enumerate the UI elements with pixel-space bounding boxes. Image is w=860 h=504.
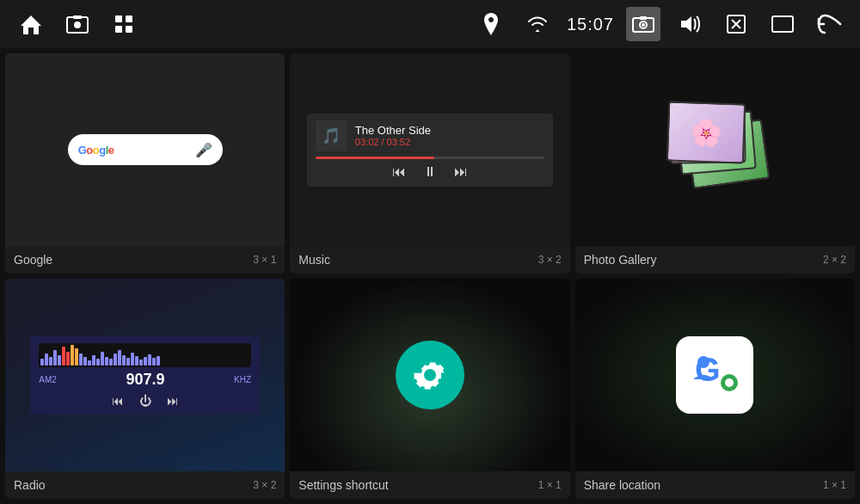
radio-unit: KHZ <box>234 375 251 384</box>
spectrum-bar <box>40 359 44 366</box>
svg-rect-3 <box>73 15 82 19</box>
next-track-icon[interactable]: ⏭ <box>454 164 468 180</box>
photo-label: Photo Gallery <box>584 253 657 267</box>
svg-marker-0 <box>21 15 41 34</box>
svg-rect-16 <box>772 16 793 32</box>
music-preview: 🎵 The Other Side 03:02 / 03:52 ⏮ ⏸ ⏭ <box>290 53 569 246</box>
spectrum-bar <box>144 357 147 366</box>
music-title: The Other Side <box>355 124 431 137</box>
photo-preview: 🌸 <box>575 53 855 246</box>
svg-rect-5 <box>126 15 132 22</box>
home-icon[interactable] <box>14 7 48 41</box>
music-widget[interactable]: 🎵 The Other Side 03:02 / 03:52 ⏮ ⏸ ⏭ Mus… <box>290 53 569 274</box>
google-widget[interactable]: Google 🎤 Google 3 × 1 <box>5 53 285 274</box>
music-size: 3 × 2 <box>538 254 562 266</box>
location-size: 1 × 1 <box>823 479 846 491</box>
spectrum-bar <box>49 357 52 366</box>
svg-text:G: G <box>695 352 721 388</box>
close-icon[interactable] <box>719 7 753 41</box>
svg-rect-10 <box>640 16 647 20</box>
photo-footer: Photo Gallery 2 × 2 <box>575 246 855 274</box>
google-size: 3 × 1 <box>253 254 276 266</box>
status-bar: 15:07 <box>0 0 860 48</box>
svg-rect-6 <box>115 26 122 33</box>
spectrum-bar <box>83 357 87 366</box>
spectrum-bar <box>71 345 74 366</box>
svg-point-20 <box>725 378 734 387</box>
radio-next-icon[interactable]: ⏭ <box>167 394 179 408</box>
settings-label: Settings shortcut <box>298 478 388 492</box>
radio-card: AM2 907.9 KHZ ⏮ ⏻ ⏭ <box>30 336 260 415</box>
spectrum-bar <box>45 353 48 366</box>
widget-grid: Google 🎤 Google 3 × 1 🎵 The Other Side 0… <box>0 48 860 504</box>
spectrum-bar <box>152 358 156 366</box>
apps-icon[interactable] <box>107 7 141 41</box>
radio-freq: 907.9 <box>126 371 164 389</box>
svg-marker-12 <box>681 16 691 32</box>
radio-controls: ⏮ ⏻ ⏭ <box>39 394 251 408</box>
location-label: Share location <box>584 478 661 492</box>
music-card: 🎵 The Other Side 03:02 / 03:52 ⏮ ⏸ ⏭ <box>307 114 553 187</box>
status-left <box>14 7 141 41</box>
status-time: 15:07 <box>567 15 614 34</box>
music-time: 03:02 / 03:52 <box>355 137 431 147</box>
location-widget[interactable]: G Share location 1 × 1 <box>575 279 855 499</box>
music-progress-bar <box>316 157 544 159</box>
music-note-icon: 🎵 <box>316 120 347 151</box>
settings-preview <box>290 279 569 471</box>
svg-point-21 <box>697 356 710 368</box>
spectrum-bar <box>79 353 83 366</box>
google-label: Google <box>14 253 52 267</box>
google-searchbar[interactable]: Google 🎤 <box>68 134 223 165</box>
radio-power-icon[interactable]: ⏻ <box>139 394 151 408</box>
back-icon[interactable] <box>812 7 846 41</box>
spectrum-bar <box>126 358 130 366</box>
radio-spectrum <box>39 343 251 367</box>
spectrum-bar <box>139 360 143 366</box>
spectrum-bar <box>58 355 61 366</box>
google-footer: Google 3 × 1 <box>5 246 285 274</box>
photo-gallery-widget[interactable]: 🌸 Photo Gallery 2 × 2 <box>575 53 855 274</box>
photo-icon[interactable] <box>60 7 95 41</box>
radio-footer: Radio 3 × 2 <box>5 471 285 499</box>
settings-widget[interactable]: Settings shortcut 1 × 1 <box>290 279 569 499</box>
spectrum-bar <box>101 352 104 366</box>
spectrum-bar <box>62 347 65 366</box>
radio-widget[interactable]: AM2 907.9 KHZ ⏮ ⏻ ⏭ Radio 3 × 2 <box>5 279 285 499</box>
settings-size: 1 × 1 <box>538 479 562 491</box>
radio-band: AM2 <box>39 375 57 384</box>
prev-track-icon[interactable]: ⏮ <box>392 164 406 180</box>
screen-icon[interactable] <box>765 7 800 41</box>
radio-size: 3 × 2 <box>253 479 276 491</box>
music-top: 🎵 The Other Side 03:02 / 03:52 <box>316 120 544 151</box>
music-label: Music <box>298 253 330 267</box>
spectrum-bar <box>92 355 95 366</box>
spectrum-bar <box>66 352 70 366</box>
wifi-icon[interactable] <box>520 7 555 41</box>
photo-size: 2 × 2 <box>823 254 846 266</box>
status-right: 15:07 <box>474 7 846 41</box>
music-controls: ⏮ ⏸ ⏭ <box>316 164 544 180</box>
photo-stack: 🌸 <box>663 98 766 201</box>
camera-icon[interactable] <box>626 7 660 41</box>
music-info: The Other Side 03:02 / 03:52 <box>355 124 431 147</box>
mic-icon[interactable]: 🎤 <box>195 142 212 158</box>
google-preview: Google 🎤 <box>5 53 285 246</box>
spectrum-bar <box>96 359 100 366</box>
radio-prev-icon[interactable]: ⏮ <box>112 394 124 408</box>
svg-point-2 <box>74 22 81 28</box>
svg-point-11 <box>642 23 645 27</box>
spectrum-bar <box>53 350 57 366</box>
spectrum-bar <box>118 350 121 366</box>
location-footer: Share location 1 × 1 <box>575 471 855 499</box>
location-pin-icon[interactable] <box>474 7 508 41</box>
volume-icon[interactable] <box>673 7 707 41</box>
radio-label: Radio <box>14 478 46 492</box>
pause-icon[interactable]: ⏸ <box>423 164 437 180</box>
music-progress-fill <box>316 157 434 159</box>
spectrum-bar <box>131 353 134 366</box>
spectrum-bar <box>157 356 160 366</box>
photo-card-top: 🌸 <box>666 101 746 163</box>
spectrum-bar <box>135 356 138 366</box>
radio-preview: AM2 907.9 KHZ ⏮ ⏻ ⏭ <box>5 279 285 471</box>
